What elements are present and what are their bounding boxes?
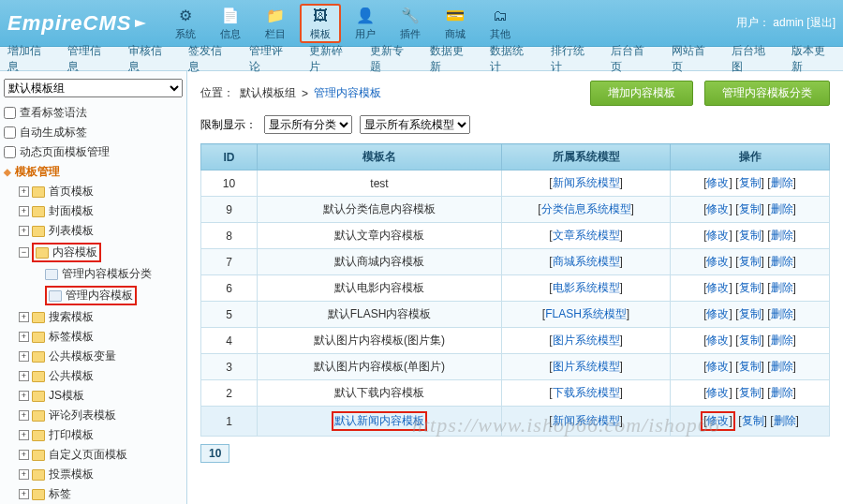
- expand-icon[interactable]: +: [19, 351, 29, 362]
- delete-link[interactable]: 删除: [771, 386, 793, 399]
- tree-item[interactable]: +标签: [4, 484, 183, 504]
- edit-link[interactable]: 修改: [706, 176, 729, 189]
- page-number[interactable]: 10: [200, 444, 229, 463]
- tree-item[interactable]: 动态页面模板管理: [4, 142, 183, 162]
- tree-item[interactable]: 自动生成标签: [4, 123, 183, 142]
- tree-content-template[interactable]: − 内容模板: [4, 241, 183, 264]
- tree-item[interactable]: +公共模板变量: [4, 347, 183, 366]
- tree-item[interactable]: +自定义页面模板: [4, 445, 183, 465]
- edit-link[interactable]: 修改: [706, 281, 729, 294]
- tree-item[interactable]: +搜索模板: [4, 307, 183, 327]
- expand-icon[interactable]: +: [19, 312, 29, 322]
- model-link[interactable]: 电影系统模型: [553, 281, 620, 294]
- expand-icon[interactable]: +: [19, 410, 29, 421]
- model-link[interactable]: FLASH系统模型: [545, 307, 627, 320]
- subnav-item[interactable]: 更新专题: [370, 43, 413, 75]
- topnav-模板[interactable]: 🖼模板: [300, 4, 341, 43]
- expand-icon[interactable]: +: [19, 186, 29, 197]
- tree-sub-item[interactable]: 管理内容模板: [4, 284, 183, 307]
- edit-link[interactable]: 修改: [706, 334, 729, 347]
- logout-link[interactable]: [退出]: [806, 16, 836, 29]
- model-link[interactable]: 文章系统模型: [553, 229, 620, 242]
- delete-link[interactable]: 删除: [771, 176, 793, 189]
- topnav-信息[interactable]: 📄信息: [210, 4, 251, 43]
- subnav-item[interactable]: 排行统计: [551, 43, 594, 75]
- checkbox[interactable]: [4, 126, 16, 139]
- checkbox[interactable]: [4, 146, 16, 158]
- edit-link[interactable]: 修改: [706, 360, 729, 373]
- subnav-item[interactable]: 网站首页: [672, 43, 715, 75]
- delete-link[interactable]: 删除: [771, 229, 793, 242]
- subnav-item[interactable]: 审核信息: [128, 43, 171, 75]
- expand-icon[interactable]: +: [19, 206, 29, 216]
- delete-link[interactable]: 删除: [771, 202, 793, 215]
- copy-link[interactable]: 复制: [739, 334, 762, 347]
- delete-link[interactable]: 删除: [771, 281, 793, 294]
- copy-link[interactable]: 复制: [739, 229, 762, 242]
- topnav-用户[interactable]: 👤用户: [345, 4, 386, 43]
- subnav-item[interactable]: 管理评论: [249, 43, 292, 75]
- topnav-商城[interactable]: 💳商城: [435, 4, 476, 43]
- checkbox[interactable]: [4, 107, 16, 119]
- subnav-item[interactable]: 管理信息: [67, 43, 111, 75]
- model-link[interactable]: 商城系统模型: [553, 255, 620, 268]
- subnav-item[interactable]: 数据更新: [430, 43, 473, 75]
- expand-icon[interactable]: +: [19, 332, 29, 342]
- delete-link[interactable]: 删除: [771, 360, 793, 373]
- delete-link[interactable]: 删除: [771, 255, 793, 268]
- topnav-插件[interactable]: 🔧插件: [390, 4, 431, 43]
- model-link[interactable]: 分类信息系统模型: [541, 202, 631, 215]
- subnav-item[interactable]: 后台地图: [732, 43, 775, 75]
- topnav-系统[interactable]: ⚙系统: [165, 4, 206, 43]
- filter-category-select[interactable]: 显示所有分类: [264, 115, 352, 134]
- tree-item[interactable]: +打印模板: [4, 425, 183, 445]
- subnav-item[interactable]: 更新碎片: [309, 43, 352, 75]
- edit-link[interactable]: 修改: [706, 255, 729, 268]
- template-name-link[interactable]: 默认新闻内容模板: [334, 414, 424, 427]
- model-link[interactable]: 新闻系统模型: [553, 414, 620, 427]
- model-link[interactable]: 图片系统模型: [553, 360, 620, 373]
- manage-category-button[interactable]: 管理内容模板分类: [704, 81, 830, 106]
- delete-link[interactable]: 删除: [774, 414, 796, 427]
- copy-link[interactable]: 复制: [739, 202, 762, 215]
- edit-link[interactable]: 修改: [706, 386, 729, 399]
- model-link[interactable]: 下载系统模型: [553, 386, 620, 399]
- filter-model-select[interactable]: 显示所有系统模型: [360, 115, 470, 134]
- tree-sub-item[interactable]: 管理内容模板分类: [4, 264, 183, 284]
- expand-icon[interactable]: +: [19, 391, 29, 401]
- delete-link[interactable]: 删除: [771, 334, 793, 347]
- model-link[interactable]: 图片系统模型: [553, 334, 620, 347]
- expand-icon[interactable]: +: [19, 430, 29, 440]
- topnav-栏目[interactable]: 📁栏目: [255, 4, 296, 43]
- edit-link[interactable]: 修改: [706, 202, 729, 215]
- topnav-其他[interactable]: 🗂其他: [480, 4, 521, 43]
- expand-icon[interactable]: +: [19, 489, 29, 499]
- collapse-icon[interactable]: −: [19, 247, 29, 258]
- expand-icon[interactable]: +: [19, 371, 29, 381]
- copy-link[interactable]: 复制: [739, 255, 762, 268]
- subnav-item[interactable]: 签发信息: [188, 43, 231, 75]
- tree-item[interactable]: +评论列表模板: [4, 406, 183, 425]
- tree-item[interactable]: +JS模板: [4, 386, 183, 406]
- copy-link[interactable]: 复制: [739, 281, 762, 294]
- model-link[interactable]: 新闻系统模型: [553, 176, 620, 189]
- copy-link[interactable]: 复制: [739, 386, 762, 399]
- breadcrumb-current[interactable]: 管理内容模板: [314, 85, 381, 101]
- subnav-item[interactable]: 版本更新: [791, 43, 835, 75]
- delete-link[interactable]: 删除: [771, 307, 793, 320]
- copy-link[interactable]: 复制: [742, 414, 764, 427]
- tree-item[interactable]: +标签模板: [4, 327, 183, 347]
- copy-link[interactable]: 复制: [739, 307, 762, 320]
- subnav-item[interactable]: 后台首页: [611, 43, 654, 75]
- subnav-item[interactable]: 增加信息: [7, 43, 51, 75]
- edit-link[interactable]: 修改: [706, 414, 729, 427]
- add-template-button[interactable]: 增加内容模板: [590, 81, 693, 106]
- copy-link[interactable]: 复制: [739, 176, 762, 189]
- tree-item[interactable]: +封面模板: [4, 201, 183, 221]
- expand-icon[interactable]: +: [19, 450, 29, 460]
- expand-icon[interactable]: +: [19, 226, 29, 236]
- copy-link[interactable]: 复制: [739, 360, 762, 373]
- subnav-item[interactable]: 数据统计: [490, 43, 533, 75]
- edit-link[interactable]: 修改: [706, 307, 729, 320]
- tree-item[interactable]: 查看标签语法: [4, 103, 183, 123]
